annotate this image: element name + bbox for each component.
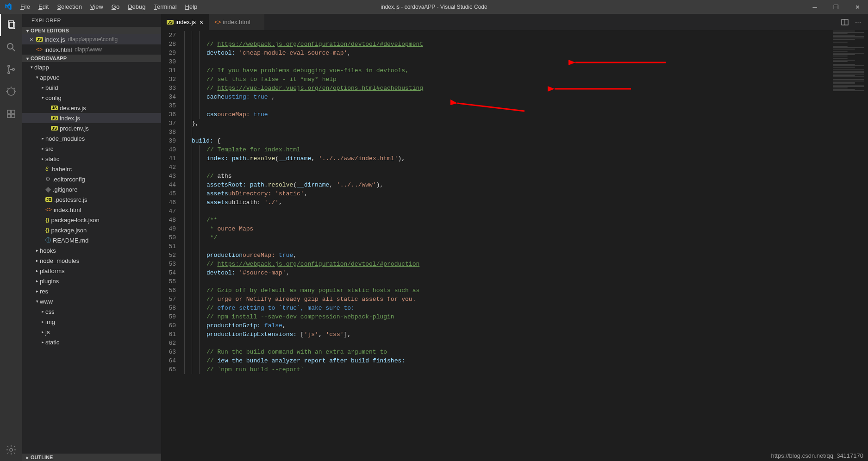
folder-item[interactable]: ▸img (22, 317, 161, 327)
menu-file[interactable]: File (16, 0, 34, 14)
code-line[interactable] (184, 339, 831, 348)
open-editors-section[interactable]: ▾ OPEN EDITORS (22, 27, 161, 34)
code-line[interactable]: build: { (184, 137, 831, 145)
code-line[interactable] (184, 57, 831, 66)
code-line[interactable]: productionGzipExtensions: ['js', 'css'], (184, 330, 831, 339)
folder-item[interactable]: ▾config (22, 93, 161, 103)
menu-edit[interactable]: Edit (34, 0, 53, 14)
code-line[interactable] (184, 101, 831, 110)
json-file-icon: {} (45, 217, 50, 223)
folder-item[interactable]: ▸static (22, 337, 161, 347)
folder-item[interactable]: ▸build (22, 82, 161, 93)
open-editor-item[interactable]: ×JSindex.jsdlapp\appvue\config (22, 34, 161, 44)
file-item[interactable]: JSprod.env.js (22, 123, 161, 133)
search-icon[interactable] (0, 36, 22, 58)
editor-tab[interactable]: <>index.html (209, 14, 264, 30)
folder-item[interactable]: ▸plugins (22, 276, 161, 286)
source-control-icon[interactable] (0, 58, 22, 81)
folder-item[interactable]: ▸js (22, 327, 161, 337)
more-actions-icon[interactable]: ⋯ (851, 14, 864, 30)
code-line[interactable]: // If you have problems debugging vue-fi… (184, 66, 831, 75)
extensions-icon[interactable] (0, 103, 22, 125)
item-name: css (45, 308, 55, 315)
file-item[interactable]: ⚙.editorconfig (22, 174, 161, 184)
menu-view[interactable]: View (86, 0, 107, 14)
code-line[interactable]: cssourceMap: true (184, 110, 831, 119)
split-editor-icon[interactable] (838, 14, 851, 30)
folder-item[interactable]: ▸node_modules (22, 133, 161, 143)
code-editor[interactable]: 2728293031323334353637383940414243444546… (161, 30, 868, 461)
code-line[interactable]: productionGzip: false, (184, 321, 831, 330)
code-line[interactable] (184, 207, 831, 216)
project-section[interactable]: ▾ CORDOVAAPP (22, 55, 161, 62)
code-line[interactable]: devtool: '#source-map', (184, 268, 831, 277)
code-line[interactable]: // Template for index.html (184, 145, 831, 154)
editor-tab[interactable]: JSindex.js× (161, 14, 209, 30)
code-line[interactable]: // https://vue-loader.vuejs.org/en/optio… (184, 84, 831, 93)
folder-item[interactable]: ▸node_modules (22, 255, 161, 266)
code-line[interactable] (184, 277, 831, 286)
menu-terminal[interactable]: Terminal (150, 0, 181, 14)
code-line[interactable]: // urge or Netlify already gzip all stat… (184, 295, 831, 304)
code-line[interactable]: index: path.resolve(__dirname, '../../ww… (184, 154, 831, 163)
code-line[interactable]: // iew the bundle analyzer report after … (184, 356, 831, 365)
file-item[interactable]: JSdev.env.js (22, 103, 161, 113)
folder-item[interactable]: ▸static (22, 154, 161, 164)
code-line[interactable]: /** (184, 216, 831, 224)
file-item[interactable]: 6.babelrc (22, 164, 161, 174)
file-item[interactable]: {}package-lock.json (22, 215, 161, 225)
debug-icon[interactable] (0, 81, 22, 103)
code-line[interactable]: assetsublicath: './', (184, 198, 831, 207)
code-line[interactable]: // https://webpack.js.org/configuration/… (184, 40, 831, 49)
code-line[interactable]: // npm install --save-dev compression-we… (184, 312, 831, 321)
file-item[interactable]: ◆.gitignore (22, 184, 161, 194)
folder-item[interactable]: ▸res (22, 286, 161, 296)
code-line[interactable] (184, 163, 831, 172)
minimize-button[interactable]: ─ (804, 0, 825, 14)
folder-item[interactable]: ▸css (22, 306, 161, 317)
folder-item[interactable]: ▾www (22, 296, 161, 306)
code-line[interactable]: productionourceMap: true, (184, 251, 831, 260)
code-line[interactable] (184, 128, 831, 137)
code-line[interactable] (184, 242, 831, 251)
folder-item[interactable]: ▸hooks (22, 245, 161, 255)
close-tab-icon[interactable]: × (200, 19, 203, 26)
file-item[interactable]: <>index.html (22, 205, 161, 215)
file-item[interactable]: JSindex.js (22, 113, 161, 123)
code-line[interactable]: // https://webpack.js.org/configuration/… (184, 260, 831, 268)
code-line[interactable]: */ (184, 233, 831, 242)
open-editor-item[interactable]: <>index.htmldlapp\www (22, 44, 161, 55)
code-line[interactable]: cacheusting: true , (184, 93, 831, 101)
code-line[interactable]: }, (184, 119, 831, 128)
code-line[interactable]: // aths (184, 172, 831, 181)
maximize-button[interactable]: ❐ (825, 0, 847, 14)
folder-item[interactable]: ▸platforms (22, 266, 161, 276)
menu-go[interactable]: Go (107, 0, 124, 14)
outline-section[interactable]: ▸ OUTLINE (22, 454, 161, 461)
file-item[interactable]: JS.postcssrc.js (22, 194, 161, 205)
settings-gear-icon[interactable] (0, 439, 22, 461)
code-line[interactable]: // efore setting to `true`, make sure to… (184, 304, 831, 312)
menu-selection[interactable]: Selection (53, 0, 86, 14)
menu-help[interactable]: Help (181, 0, 202, 14)
folder-item[interactable]: ▸src (22, 143, 161, 154)
code-line[interactable]: // Gzip off by default as many popular s… (184, 286, 831, 295)
code-line[interactable]: // `npm run build --report` (184, 365, 831, 374)
code-line[interactable]: devtool: 'cheap-module-eval-source-map', (184, 49, 831, 57)
folder-item[interactable]: ▾appvue (22, 72, 161, 82)
code-content[interactable]: // https://webpack.js.org/configuration/… (184, 30, 831, 461)
code-line[interactable]: assetsRoot: path.resolve(__dirname, '../… (184, 181, 831, 189)
folder-item[interactable]: ▾dlapp (22, 62, 161, 72)
close-button[interactable]: ✕ (847, 0, 868, 14)
explorer-icon[interactable] (0, 14, 22, 36)
file-item[interactable]: {}package.json (22, 225, 161, 235)
code-line[interactable]: * ource Maps (184, 224, 831, 233)
menu-debug[interactable]: Debug (124, 0, 150, 14)
code-line[interactable] (184, 31, 831, 40)
code-line[interactable]: // set this to false - it *may* help (184, 75, 831, 84)
file-item[interactable]: ⓘREADME.md (22, 235, 161, 245)
code-line[interactable]: // Run the build command with an extra a… (184, 348, 831, 356)
minimap[interactable] (831, 30, 868, 461)
code-line[interactable]: assetsubDirectory: 'static', (184, 189, 831, 198)
minimap-line (833, 50, 866, 51)
